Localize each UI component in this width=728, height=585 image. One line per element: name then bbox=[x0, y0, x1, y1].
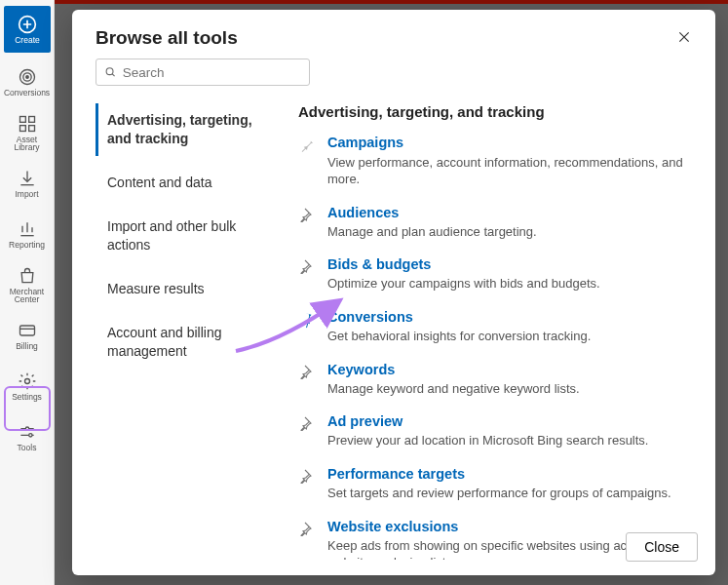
svg-rect-6 bbox=[19, 125, 25, 131]
rail-asset-library[interactable]: Asset Library bbox=[0, 107, 54, 158]
svg-point-3 bbox=[25, 76, 28, 79]
rail-item-label: Create bbox=[15, 36, 40, 45]
rail-billing[interactable]: Billing bbox=[0, 310, 54, 361]
rail-import[interactable]: Import bbox=[0, 158, 54, 209]
tool-desc: Preview your ad location in Microsoft Bi… bbox=[327, 432, 648, 449]
svg-rect-8 bbox=[19, 326, 34, 335]
pin-icon[interactable] bbox=[298, 136, 316, 153]
sliders-icon bbox=[18, 422, 37, 442]
tool-row-audiences: Audiences Manage and plan audience targe… bbox=[298, 204, 692, 241]
rail-tools[interactable]: Tools bbox=[0, 411, 54, 462]
category-advertising-targeting-tracking[interactable]: Advertising, targeting, and tracking bbox=[96, 103, 279, 156]
modal-title: Browse all tools bbox=[96, 27, 692, 49]
category-content-and-data[interactable]: Content and data bbox=[96, 166, 279, 200]
tool-desc: Get behavioral insights for conversion t… bbox=[327, 328, 591, 345]
pin-icon[interactable] bbox=[295, 307, 320, 332]
rail-item-label: Billing bbox=[16, 342, 38, 351]
tool-link[interactable]: Ad preview bbox=[327, 412, 648, 430]
plus-icon bbox=[18, 15, 37, 34]
left-nav-rail: Create Conversions Asset Library Import … bbox=[0, 0, 55, 585]
tool-desc: Optimize your campaigns with bids and bu… bbox=[327, 275, 600, 292]
svg-point-9 bbox=[24, 378, 29, 383]
tool-desc: Set targets and review performance for g… bbox=[327, 485, 671, 502]
rail-create-button[interactable]: Create bbox=[4, 6, 51, 53]
grid-icon bbox=[18, 114, 37, 134]
close-icon[interactable] bbox=[672, 25, 696, 49]
pin-icon[interactable] bbox=[298, 206, 316, 223]
tool-link[interactable]: Bids & budgets bbox=[327, 255, 600, 273]
pin-icon[interactable] bbox=[298, 520, 316, 537]
rail-conversions[interactable]: Conversions bbox=[0, 57, 54, 107]
tool-desc: View performance, account information, r… bbox=[327, 154, 692, 188]
gear-icon bbox=[18, 371, 37, 391]
svg-rect-4 bbox=[19, 116, 25, 122]
svg-point-10 bbox=[25, 427, 28, 430]
tools-panel: Advertising, targeting, and tracking Cam… bbox=[279, 103, 692, 560]
panel-heading: Advertising, targeting, and tracking bbox=[298, 103, 692, 120]
category-import-bulk-actions[interactable]: Import and other bulk actions bbox=[96, 210, 279, 262]
tool-row-conversions: Conversions Get behavioral insights for … bbox=[298, 308, 692, 345]
tool-row-ad-preview: Ad preview Preview your ad location in M… bbox=[298, 412, 692, 449]
pin-icon[interactable] bbox=[298, 363, 316, 380]
rail-reporting[interactable]: Reporting bbox=[0, 209, 54, 259]
category-list: Advertising, targeting, and tracking Con… bbox=[96, 103, 279, 560]
svg-point-11 bbox=[28, 433, 31, 436]
download-icon bbox=[18, 169, 37, 188]
svg-rect-5 bbox=[28, 116, 34, 122]
tool-link[interactable]: Campaigns bbox=[327, 134, 692, 151]
rail-item-label: Settings bbox=[12, 393, 42, 402]
rail-item-label: Asset Library bbox=[15, 136, 40, 152]
rail-merchant-center[interactable]: Merchant Center bbox=[0, 259, 54, 310]
pin-icon[interactable] bbox=[298, 257, 316, 275]
card-icon bbox=[18, 321, 37, 340]
browse-all-tools-modal: Browse all tools Advertising, targeting,… bbox=[72, 10, 715, 575]
rail-item-label: Reporting bbox=[9, 241, 45, 250]
svg-rect-7 bbox=[28, 125, 34, 131]
rail-item-label: Merchant Center bbox=[10, 288, 44, 304]
svg-point-12 bbox=[106, 68, 113, 75]
pin-icon[interactable] bbox=[298, 467, 316, 485]
search-input[interactable] bbox=[123, 65, 301, 80]
close-button[interactable]: Close bbox=[626, 532, 698, 562]
chart-icon bbox=[18, 219, 37, 239]
tool-row-performance-targets: Performance targets Set targets and revi… bbox=[298, 465, 692, 502]
tool-desc: Manage and plan audience targeting. bbox=[327, 223, 537, 241]
pin-icon[interactable] bbox=[298, 414, 316, 432]
tool-desc: Manage keyword and negative keyword list… bbox=[327, 380, 580, 398]
rail-settings[interactable]: Settings bbox=[0, 361, 54, 411]
search-icon bbox=[104, 65, 117, 79]
bag-icon bbox=[18, 266, 37, 286]
tool-link[interactable]: Performance targets bbox=[327, 465, 671, 483]
tool-row-keywords: Keywords Manage keyword and negative key… bbox=[298, 361, 692, 398]
category-measure-results[interactable]: Measure results bbox=[96, 272, 279, 306]
tool-row-bids-budgets: Bids & budgets Optimize your campaigns w… bbox=[298, 255, 692, 292]
tool-link[interactable]: Keywords bbox=[327, 361, 580, 378]
rail-item-label: Tools bbox=[18, 444, 37, 452]
search-input-wrapper[interactable] bbox=[96, 58, 310, 86]
target-icon bbox=[18, 67, 37, 87]
tool-row-campaigns: Campaigns View performance, account info… bbox=[298, 134, 692, 187]
category-account-billing-mgmt[interactable]: Account and billing management bbox=[96, 316, 279, 369]
rail-item-label: Import bbox=[15, 190, 38, 199]
tool-link[interactable]: Conversions bbox=[327, 308, 591, 326]
tool-link[interactable]: Audiences bbox=[327, 204, 537, 221]
rail-item-label: Conversions bbox=[4, 89, 50, 98]
